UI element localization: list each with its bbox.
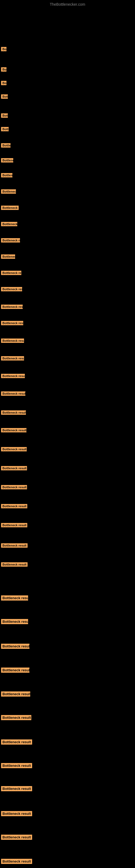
bottleneck-result-row: Bottleneck result xyxy=(1,668,30,674)
bottleneck-label: Bottleneck result xyxy=(1,271,21,275)
bottleneck-label: Bottleneck result xyxy=(1,595,28,600)
bottleneck-label: Bottleneck result xyxy=(1,321,23,325)
bottleneck-result-row: Bottleneck result xyxy=(1,189,16,195)
bottleneck-label: Bottleneck result xyxy=(1,466,27,470)
bottleneck-result-row: Bottleneck result xyxy=(1,47,6,52)
bottleneck-label: Bottleneck result xyxy=(1,94,8,99)
site-title: TheBottlenecker.com xyxy=(0,0,135,8)
bottleneck-label: Bottleneck result xyxy=(1,410,26,415)
bottleneck-label: Bottleneck result xyxy=(1,339,24,343)
bottleneck-label: Bottleneck result xyxy=(1,47,6,51)
bottleneck-label: Bottleneck result xyxy=(1,715,31,720)
bottleneck-result-row: Bottleneck result xyxy=(1,410,26,416)
bottleneck-result-row: Bottleneck result xyxy=(1,447,27,453)
bottleneck-label: Bottleneck result xyxy=(1,189,16,194)
bottleneck-label: Bottleneck result xyxy=(1,739,32,745)
bottleneck-result-row: Bottleneck result xyxy=(1,504,27,509)
bottleneck-label: Bottleneck result xyxy=(1,113,8,118)
bottleneck-label: Bottleneck result xyxy=(1,691,30,696)
bottleneck-result-row: Bottleneck result xyxy=(1,392,26,397)
bottleneck-result-row: Bottleneck result xyxy=(1,113,8,119)
bottleneck-label: Bottleneck result xyxy=(1,374,25,378)
bottleneck-label: Bottleneck result xyxy=(1,238,20,243)
bottleneck-result-row: Bottleneck result xyxy=(1,619,28,625)
bottleneck-label: Bottleneck result xyxy=(1,859,32,864)
bottleneck-result-row: Bottleneck result xyxy=(1,81,6,86)
bottleneck-label: Bottleneck result xyxy=(1,254,15,259)
bottleneck-label: Bottleneck result xyxy=(1,523,27,527)
bottleneck-label: Bottleneck result xyxy=(1,562,28,567)
bottleneck-result-row: Bottleneck result xyxy=(1,127,9,132)
bottleneck-result-row: Bottleneck result xyxy=(1,595,28,601)
bottleneck-label: Bottleneck result xyxy=(1,447,27,452)
bottleneck-result-row: Bottleneck result xyxy=(1,786,32,792)
bottleneck-result-row: Bottleneck result xyxy=(1,763,32,769)
bottleneck-label: Bottleneck result xyxy=(1,835,32,840)
bottleneck-label: Bottleneck result xyxy=(1,619,28,624)
bottleneck-label: Bottleneck result xyxy=(1,428,27,432)
bottleneck-label: Bottleneck result xyxy=(1,127,9,131)
bottleneck-result-row: Bottleneck result xyxy=(1,485,27,490)
bottleneck-result-row: Bottleneck result xyxy=(1,67,6,73)
bottleneck-result-row: Bottleneck result xyxy=(1,143,10,149)
bottleneck-result-row: Bottleneck result xyxy=(1,466,27,471)
bottleneck-result-row: Bottleneck result xyxy=(1,305,23,310)
bottleneck-label: Bottleneck result xyxy=(1,644,30,649)
bottleneck-result-row: Bottleneck result xyxy=(1,158,13,163)
bottleneck-label: Bottleneck result xyxy=(1,287,22,291)
bottleneck-label: Bottleneck result xyxy=(1,143,10,148)
bottleneck-label: Bottleneck result xyxy=(1,392,26,396)
bottleneck-result-row: Bottleneck result xyxy=(1,715,31,721)
bottleneck-label: Bottleneck result xyxy=(1,81,6,85)
bottleneck-label: Bottleneck result xyxy=(1,173,12,177)
bottleneck-label: Bottleneck result xyxy=(1,356,24,361)
bottleneck-result-row: Bottleneck result xyxy=(1,287,22,292)
bottleneck-result-row: Bottleneck result xyxy=(1,523,27,528)
bottleneck-label: Bottleneck result xyxy=(1,206,18,210)
bottleneck-result-row: Bottleneck result xyxy=(1,739,32,746)
bottleneck-result-row: Bottleneck result xyxy=(1,691,30,698)
bottleneck-result-row: Bottleneck result xyxy=(1,562,28,568)
bottleneck-result-row: Bottleneck result xyxy=(1,339,24,344)
bottleneck-result-row: Bottleneck result xyxy=(1,238,20,244)
bottleneck-label: Bottleneck result xyxy=(1,504,27,508)
bottleneck-result-row: Bottleneck result xyxy=(1,644,30,650)
bottleneck-label: Bottleneck result xyxy=(1,786,32,791)
bottleneck-label: Bottleneck result xyxy=(1,668,30,673)
bottleneck-label: Bottleneck result xyxy=(1,485,27,489)
bottleneck-result-row: Bottleneck result xyxy=(1,321,23,326)
bottleneck-label: Bottleneck result xyxy=(1,543,28,548)
bottleneck-label: Bottleneck result xyxy=(1,158,13,162)
bottleneck-label: Bottleneck result xyxy=(1,305,23,309)
bottleneck-result-row: Bottleneck result xyxy=(1,94,8,100)
bottleneck-result-row: Bottleneck result xyxy=(1,271,21,276)
bottleneck-label: Bottleneck result xyxy=(1,811,32,816)
bottleneck-result-row: Bottleneck result xyxy=(1,428,27,433)
bottleneck-result-row: Bottleneck result xyxy=(1,859,32,865)
bottleneck-result-row: Bottleneck result xyxy=(1,254,15,260)
bottleneck-result-row: Bottleneck result xyxy=(1,835,32,841)
bottleneck-result-row: Bottleneck result xyxy=(1,222,17,227)
bottleneck-result-row: Bottleneck result xyxy=(1,356,24,362)
bottleneck-result-row: Bottleneck result xyxy=(1,173,12,179)
bottleneck-result-row: Bottleneck result xyxy=(1,374,25,379)
bottleneck-result-row: Bottleneck result xyxy=(1,811,32,817)
bottleneck-label: Bottleneck result xyxy=(1,67,6,72)
bottleneck-result-row: Bottleneck result xyxy=(1,206,18,211)
bottleneck-result-row: Bottleneck result xyxy=(1,543,28,549)
bottleneck-label: Bottleneck result xyxy=(1,222,17,226)
bottleneck-label: Bottleneck result xyxy=(1,763,32,768)
